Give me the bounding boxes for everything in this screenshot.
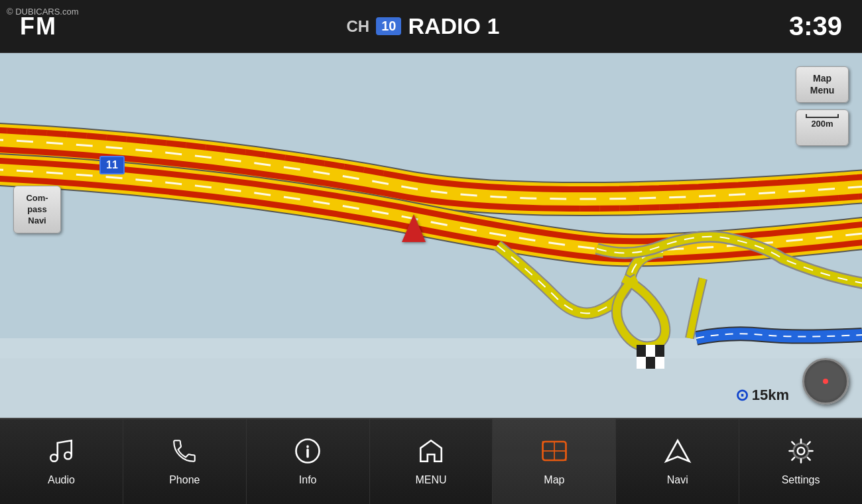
map-menu-line1: Map xyxy=(813,73,831,84)
info-icon xyxy=(294,437,322,469)
svg-point-18 xyxy=(793,444,808,459)
svg-rect-3 xyxy=(637,345,646,357)
svg-point-17 xyxy=(797,448,804,455)
nav-item-settings[interactable]: Settings xyxy=(739,419,862,504)
svg-rect-4 xyxy=(646,345,655,357)
nav-label-settings: Settings xyxy=(782,474,820,486)
distance-icon: ⊙ xyxy=(735,386,749,405)
distance-indicator: ⊙ 15km xyxy=(735,386,789,405)
nav-label-phone: Phone xyxy=(169,474,200,486)
station-name: RADIO 1 xyxy=(408,13,499,39)
map-menu-line2: Menu xyxy=(810,85,835,95)
svg-marker-16 xyxy=(666,440,689,462)
scale-bar xyxy=(806,114,839,118)
svg-rect-2 xyxy=(0,358,862,418)
music-icon xyxy=(47,437,75,469)
map-svg xyxy=(0,53,862,418)
svg-rect-6 xyxy=(637,357,646,369)
map-area[interactable]: 11 Map Menu 200m Com- pass Navi ⊙ 15km xyxy=(0,53,862,418)
nav-item-info[interactable]: Info xyxy=(247,419,370,504)
svg-rect-14 xyxy=(554,451,566,460)
map-menu-button[interactable]: Map Menu xyxy=(796,66,849,103)
nav-item-map[interactable]: Map xyxy=(493,419,616,504)
compass-line2: pass xyxy=(27,204,47,214)
compass-line1: Com- xyxy=(26,193,48,203)
scale-value: 200m xyxy=(811,119,833,129)
svg-rect-8 xyxy=(655,357,664,369)
compass-dot xyxy=(823,379,828,384)
header-bar: FM CH 10 RADIO 1 3:39 xyxy=(0,0,862,53)
ch-label: CH xyxy=(347,17,370,36)
nav-item-phone[interactable]: Phone xyxy=(123,419,247,504)
vehicle-position-arrow xyxy=(402,214,426,242)
svg-rect-7 xyxy=(646,357,655,369)
nav-label-navi: Navi xyxy=(667,474,688,486)
nav-label-info: Info xyxy=(299,474,317,486)
nav-label-menu: MENU xyxy=(415,474,446,486)
svg-rect-13 xyxy=(542,442,554,451)
phone-icon xyxy=(170,437,198,469)
clock: 3:39 xyxy=(789,11,842,41)
compass-navi-button[interactable]: Com- pass Navi xyxy=(13,186,61,233)
nav-item-menu[interactable]: MENU xyxy=(370,419,493,504)
home-icon xyxy=(417,437,445,469)
compass-line3: Navi xyxy=(28,216,46,225)
gear-icon xyxy=(787,437,815,469)
road-number-badge: 11 xyxy=(99,156,125,174)
navi-icon xyxy=(664,437,692,469)
svg-rect-5 xyxy=(655,345,664,357)
map-scale-button[interactable]: 200m xyxy=(796,109,849,146)
station-info: CH 10 RADIO 1 xyxy=(347,13,500,39)
map-icon xyxy=(540,437,568,469)
distance-value: 15km xyxy=(752,387,789,404)
ch-number: 10 xyxy=(376,17,401,35)
nav-label-audio: Audio xyxy=(48,474,75,486)
nav-bar: Audio Phone Info MENU xyxy=(0,418,862,504)
compass-circle[interactable] xyxy=(802,358,849,405)
nav-item-audio[interactable]: Audio xyxy=(0,419,123,504)
watermark: © DUBICARS.com xyxy=(7,7,79,17)
nav-item-navi[interactable]: Navi xyxy=(616,419,739,504)
nav-label-map: Map xyxy=(544,474,564,486)
